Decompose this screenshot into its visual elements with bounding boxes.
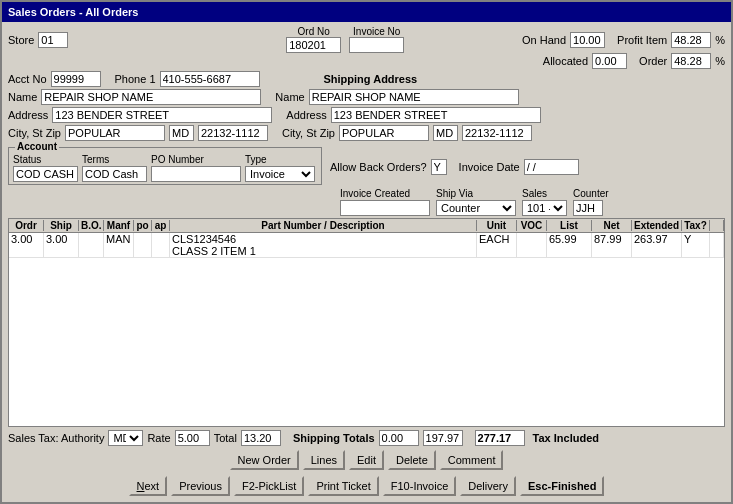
col-tax: Tax?: [682, 220, 710, 231]
comment-button[interactable]: Comment: [440, 450, 504, 470]
shipping-zip-input[interactable]: [462, 125, 532, 141]
f10-invoice-label: F10-Invoice: [391, 480, 448, 492]
cell-list: 65.99: [547, 233, 592, 257]
acct-label: Acct No: [8, 73, 47, 85]
cell-manf: MAN: [104, 233, 134, 257]
allocated-input[interactable]: [592, 53, 627, 69]
acct-input[interactable]: [51, 71, 101, 87]
tax-auth-label: Sales Tax: Authority: [8, 432, 104, 444]
cell-tax: Y: [682, 233, 710, 257]
billing-addr-label: Address: [8, 109, 48, 121]
order-label: Order: [639, 55, 667, 67]
f2-pick-label: F2-PickList: [242, 480, 296, 492]
esc-finished-label: Esc-Finished: [528, 480, 596, 492]
previous-button[interactable]: Previous: [171, 476, 230, 496]
terms-input[interactable]: [82, 166, 147, 182]
profit-pct: %: [715, 34, 725, 46]
delivery-button[interactable]: Delivery: [460, 476, 516, 496]
part-desc: CLASS 2 ITEM 1: [172, 245, 474, 257]
back-orders-input[interactable]: [431, 159, 447, 175]
invoice-date-input[interactable]: [524, 159, 579, 175]
shipping-addr-input[interactable]: [331, 107, 541, 123]
lines-label: Lines: [311, 454, 337, 466]
on-hand-label: On Hand: [522, 34, 566, 46]
lines-button[interactable]: Lines: [303, 450, 345, 470]
shipping-label: Shipping Totals: [293, 432, 375, 444]
col-ship: Ship: [44, 220, 79, 231]
billing-addr-input[interactable]: [52, 107, 272, 123]
edit-button[interactable]: Edit: [349, 450, 384, 470]
store-label: Store: [8, 34, 34, 46]
rate-input[interactable]: [175, 430, 210, 446]
comment-label: Comment: [448, 454, 496, 466]
shipping-input[interactable]: [379, 430, 419, 446]
esc-finished-button[interactable]: Esc-Finished: [520, 476, 604, 496]
next-label: ext: [144, 480, 159, 492]
shipping-addr-label: Address: [286, 109, 326, 121]
window-title: Sales Orders - All Orders: [8, 6, 138, 18]
billing-name-label: Name: [8, 91, 37, 103]
f10-invoice-button[interactable]: F10-Invoice: [383, 476, 456, 496]
invoice-no-label: Invoice No: [353, 26, 400, 37]
rate-label: Rate: [147, 432, 170, 444]
shipping-city-input[interactable]: [339, 125, 429, 141]
billing-state-input[interactable]: [169, 125, 194, 141]
col-bo: B.O.: [79, 220, 104, 231]
invoice-created-input[interactable]: [340, 200, 430, 216]
ship-via-label: Ship Via: [436, 188, 516, 199]
billing-city-input[interactable]: [65, 125, 165, 141]
status-col-label: Status: [13, 154, 78, 165]
new-order-button[interactable]: New Order: [230, 450, 299, 470]
billing-zip-input[interactable]: [198, 125, 268, 141]
counter-input[interactable]: [573, 200, 603, 216]
po-input[interactable]: [151, 166, 241, 182]
store-input[interactable]: [38, 32, 68, 48]
on-hand-input[interactable]: [570, 32, 605, 48]
shipping-address-label: Shipping Address: [324, 73, 418, 85]
account-group: Account Status Terms PO Number: [8, 147, 322, 185]
grid-body: 3.00 3.00 MAN CLS1234546 CLASS 2 ITEM 1 …: [9, 233, 724, 426]
profit-item-input[interactable]: [671, 32, 711, 48]
main-window: Sales Orders - All Orders Store Ord No I…: [0, 0, 733, 504]
type-select[interactable]: Invoice: [245, 166, 315, 182]
total-input[interactable]: [241, 430, 281, 446]
cell-ship: 3.00: [44, 233, 79, 257]
part-number: CLS1234546: [172, 233, 474, 245]
cell-voc: [517, 233, 547, 257]
col-po-flag: po: [134, 220, 152, 231]
cell-ap: [152, 233, 170, 257]
back-orders-label: Allow Back Orders?: [330, 161, 427, 173]
col-scroll: [710, 220, 724, 231]
col-net: Net: [592, 220, 632, 231]
print-ticket-label: Print Ticket: [316, 480, 370, 492]
order-pct-input[interactable]: [671, 53, 711, 69]
po-col-label: PO Number: [151, 154, 241, 165]
sales-select[interactable]: 101 -: [522, 200, 567, 216]
grand-total-input[interactable]: [475, 430, 525, 446]
ord-no-input[interactable]: [286, 37, 341, 53]
invoice-no-input[interactable]: [349, 37, 404, 53]
shipping-city-label: City, St Zip: [282, 127, 335, 139]
table-row[interactable]: 3.00 3.00 MAN CLS1234546 CLASS 2 ITEM 1 …: [9, 233, 724, 258]
ord-no-label: Ord No: [298, 26, 330, 37]
delete-button[interactable]: Delete: [388, 450, 436, 470]
col-manf: Manf: [104, 220, 134, 231]
f2-pick-button[interactable]: F2-PickList: [234, 476, 304, 496]
shipping-name-input[interactable]: [309, 89, 519, 105]
phone-input[interactable]: [160, 71, 260, 87]
status-input[interactable]: [13, 166, 78, 182]
totals-input[interactable]: [423, 430, 463, 446]
ship-via-select[interactable]: Counter: [436, 200, 516, 216]
invoice-date-label: Invoice Date: [459, 161, 520, 173]
cell-ordr: 3.00: [9, 233, 44, 257]
col-unit: Unit: [477, 220, 517, 231]
tax-auth-select[interactable]: MD: [108, 430, 143, 446]
next-button[interactable]: Next: [129, 476, 168, 496]
billing-name-input[interactable]: [41, 89, 261, 105]
print-ticket-button[interactable]: Print Ticket: [308, 476, 378, 496]
title-bar: Sales Orders - All Orders: [2, 2, 731, 22]
shipping-state-input[interactable]: [433, 125, 458, 141]
col-ext: Extended: [632, 220, 682, 231]
terms-col-label: Terms: [82, 154, 147, 165]
col-voc: VOC: [517, 220, 547, 231]
